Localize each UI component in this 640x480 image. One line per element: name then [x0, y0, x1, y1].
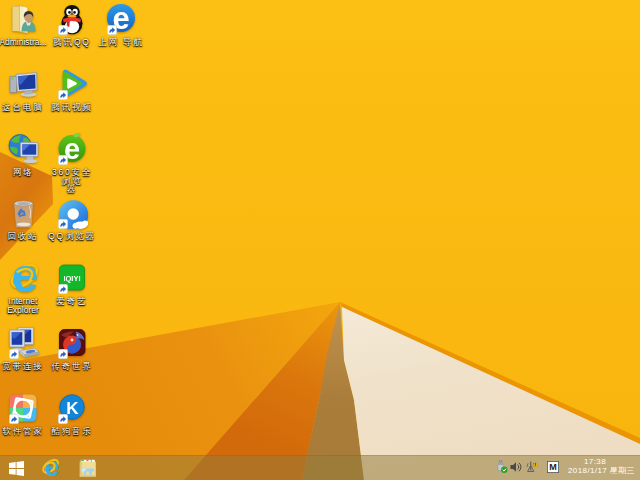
svg-text:e: e [44, 458, 59, 478]
svg-text:iQIYI: iQIYI [63, 274, 80, 283]
svg-text:M: M [549, 462, 557, 472]
svg-text:K: K [66, 399, 79, 418]
svg-text:e: e [12, 262, 39, 294]
